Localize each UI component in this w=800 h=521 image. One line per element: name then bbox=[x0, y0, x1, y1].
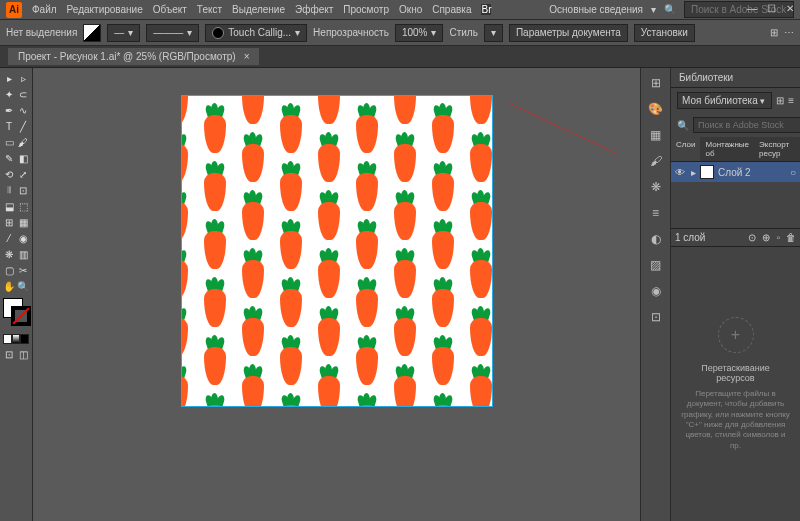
layer-target-icon[interactable]: ○ bbox=[790, 167, 796, 178]
visibility-icon[interactable]: 👁 bbox=[675, 167, 687, 178]
artboards-tab[interactable]: Монтажные об bbox=[700, 137, 754, 161]
stroke-panel-icon[interactable]: ≡ bbox=[647, 204, 665, 222]
layers-panel-tabs: Слои Монтажные об Экспорт ресур bbox=[671, 137, 800, 162]
window-maximize-icon[interactable]: ☐ bbox=[767, 3, 776, 14]
libraries-drop-area[interactable]: + Перетаскивание ресурсов Перетащите фай… bbox=[671, 247, 800, 521]
new-layer-icon[interactable]: ▫ bbox=[776, 232, 780, 243]
color-panel-icon[interactable]: 🎨 bbox=[647, 100, 665, 118]
search-icon[interactable]: 🔍 bbox=[664, 4, 676, 15]
fill-stroke-swatch[interactable] bbox=[83, 24, 101, 42]
annotation-arrow bbox=[508, 103, 617, 155]
perspective-tool[interactable]: ⬚ bbox=[17, 199, 30, 214]
color-mode-buttons[interactable] bbox=[3, 334, 29, 344]
shape-builder-tool[interactable]: ⬓ bbox=[3, 199, 16, 214]
graph-tool[interactable]: ▥ bbox=[17, 247, 30, 262]
new-sublayer-icon[interactable]: ⊕ bbox=[762, 232, 770, 243]
scale-tool[interactable]: ⤢ bbox=[17, 167, 30, 182]
layer-row[interactable]: 👁 ▸ Слой 2 ○ bbox=[671, 162, 800, 182]
menu-effect[interactable]: Эффект bbox=[295, 4, 333, 15]
add-asset-icon[interactable]: + bbox=[718, 317, 754, 353]
artboard-tool[interactable]: ▢ bbox=[3, 263, 16, 278]
workspace-switcher[interactable]: Основные сведения bbox=[549, 4, 643, 15]
free-transform-tool[interactable]: ⊡ bbox=[17, 183, 30, 198]
lib-grid-icon[interactable]: ⊞ bbox=[776, 95, 784, 106]
close-tab-icon[interactable]: × bbox=[244, 51, 250, 62]
menu-view[interactable]: Просмотр bbox=[343, 4, 389, 15]
tools-panel: ▸▹ ✦⊂ ✒∿ T╱ ▭🖌 ✎◧ ⟲⤢ ⫴⊡ ⬓⬚ ⊞▦ ⁄◉ ❋▥ ▢✂ ✋… bbox=[0, 68, 33, 521]
document-tab[interactable]: Проект - Рисунок 1.ai* @ 25% (RGB/Просмо… bbox=[8, 48, 259, 65]
pen-tool[interactable]: ✒ bbox=[3, 103, 16, 118]
draw-mode-tool[interactable]: ◫ bbox=[17, 347, 30, 362]
align-icon[interactable]: ⊞ bbox=[770, 27, 778, 38]
gradient-panel-icon[interactable]: ◐ bbox=[647, 230, 665, 248]
delete-layer-icon[interactable]: 🗑 bbox=[786, 232, 796, 243]
export-assets-tab[interactable]: Экспорт ресур bbox=[754, 137, 800, 161]
lib-search-icon: 🔍 bbox=[677, 120, 689, 131]
rectangle-tool[interactable]: ▭ bbox=[3, 135, 16, 150]
window-minimize-icon[interactable]: — bbox=[747, 3, 757, 14]
library-select[interactable]: Моя библиотека ▾ bbox=[677, 92, 772, 109]
locate-layer-icon[interactable]: ⊙ bbox=[748, 232, 756, 243]
selection-tool[interactable]: ▸ bbox=[3, 71, 16, 86]
fill-stroke-control[interactable] bbox=[3, 298, 33, 328]
menu-object[interactable]: Объект bbox=[153, 4, 187, 15]
layers-tab[interactable]: Слои bbox=[671, 137, 700, 161]
blend-tool[interactable]: ◉ bbox=[17, 231, 30, 246]
symbol-sprayer-tool[interactable]: ❋ bbox=[3, 247, 16, 262]
hand-tool[interactable]: ✋ bbox=[3, 279, 16, 294]
window-close-icon[interactable]: ✕ bbox=[786, 3, 794, 14]
menu-window[interactable]: Окно bbox=[399, 4, 422, 15]
artboard[interactable] bbox=[182, 96, 492, 406]
zoom-tool[interactable]: 🔍 bbox=[17, 279, 30, 294]
app-logo: Ai bbox=[6, 2, 22, 18]
canvas[interactable] bbox=[33, 68, 640, 521]
brush-field[interactable]: Touch Callig...▾ bbox=[205, 24, 307, 42]
layer-count-label: 1 слой bbox=[675, 232, 705, 243]
menu-text[interactable]: Текст bbox=[197, 4, 222, 15]
library-search-input[interactable] bbox=[693, 117, 800, 133]
stroke-weight-field[interactable]: —▾ bbox=[107, 24, 140, 42]
opacity-field[interactable]: 100%▾ bbox=[395, 24, 444, 42]
stroke-style-field[interactable]: ———▾ bbox=[146, 24, 199, 42]
gradient-tool[interactable]: ▦ bbox=[17, 215, 30, 230]
width-tool[interactable]: ⫴ bbox=[3, 183, 16, 198]
lasso-tool[interactable]: ⊂ bbox=[17, 87, 30, 102]
doc-params-button[interactable]: Параметры документа bbox=[509, 24, 628, 42]
layer-name[interactable]: Слой 2 bbox=[718, 167, 751, 178]
symbols-panel-icon[interactable]: ❋ bbox=[647, 178, 665, 196]
mesh-tool[interactable]: ⊞ bbox=[3, 215, 16, 230]
magic-wand-tool[interactable]: ✦ bbox=[3, 87, 16, 102]
screen-mode-tool[interactable]: ⊡ bbox=[3, 347, 16, 362]
line-tool[interactable]: ╱ bbox=[17, 119, 30, 134]
brushes-panel-icon[interactable]: 🖌 bbox=[647, 152, 665, 170]
bridge-icon[interactable]: Br bbox=[481, 4, 491, 15]
options-bar: Нет выделения —▾ ———▾ Touch Callig...▾ Н… bbox=[0, 20, 800, 46]
menu-help[interactable]: Справка bbox=[432, 4, 471, 15]
shaper-tool[interactable]: ✎ bbox=[3, 151, 16, 166]
libraries-panel-tab[interactable]: Библиотеки bbox=[671, 68, 800, 88]
document-tab-bar: Проект - Рисунок 1.ai* @ 25% (RGB/Просмо… bbox=[0, 46, 800, 68]
rotate-tool[interactable]: ⟲ bbox=[3, 167, 16, 182]
menu-edit[interactable]: Редактирование bbox=[67, 4, 143, 15]
brush-tool[interactable]: 🖌 bbox=[17, 135, 30, 150]
style-field[interactable]: ▾ bbox=[484, 24, 503, 42]
workspace-dropdown-icon[interactable]: ▾ bbox=[651, 4, 656, 15]
slice-tool[interactable]: ✂ bbox=[17, 263, 30, 278]
menu-file[interactable]: Файл bbox=[32, 4, 57, 15]
menu-select[interactable]: Выделение bbox=[232, 4, 285, 15]
properties-panel-icon[interactable]: ⊞ bbox=[647, 74, 665, 92]
expand-layer-icon[interactable]: ▸ bbox=[691, 167, 696, 178]
graphic-styles-panel-icon[interactable]: ⊡ bbox=[647, 308, 665, 326]
transparency-panel-icon[interactable]: ▨ bbox=[647, 256, 665, 274]
document-tab-title: Проект - Рисунок 1.ai* @ 25% (RGB/Просмо… bbox=[18, 51, 236, 62]
swatches-panel-icon[interactable]: ▦ bbox=[647, 126, 665, 144]
more-icon[interactable]: ⋯ bbox=[784, 27, 794, 38]
direct-selection-tool[interactable]: ▹ bbox=[17, 71, 30, 86]
curvature-tool[interactable]: ∿ bbox=[17, 103, 30, 118]
setup-button[interactable]: Установки bbox=[634, 24, 695, 42]
appearance-panel-icon[interactable]: ◉ bbox=[647, 282, 665, 300]
type-tool[interactable]: T bbox=[3, 119, 16, 134]
eyedropper-tool[interactable]: ⁄ bbox=[3, 231, 16, 246]
eraser-tool[interactable]: ◧ bbox=[17, 151, 30, 166]
lib-list-icon[interactable]: ≡ bbox=[788, 95, 794, 106]
